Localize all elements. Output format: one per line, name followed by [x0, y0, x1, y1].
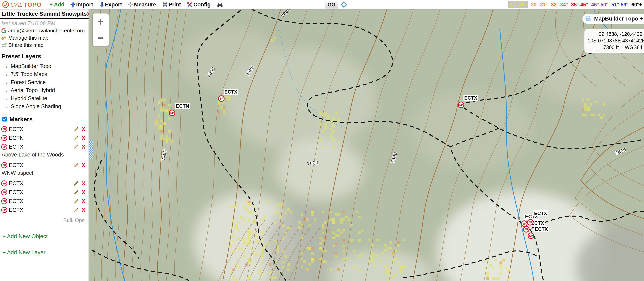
- marker-note: WNW aspect: [2, 170, 88, 176]
- marker-label[interactable]: ECTN: [9, 135, 24, 141]
- add-new-layer-link[interactable]: + Add New Layer: [2, 249, 88, 256]
- export-down-arrow-icon: [99, 2, 104, 7]
- share-map-link[interactable]: Share this map: [1, 42, 88, 48]
- preset-layer-link[interactable]: →Aerial Topo Hybrid: [3, 86, 88, 94]
- preset-layer-link[interactable]: →Hybrid Satellite: [3, 94, 88, 102]
- preset-layer-link[interactable]: →Forest Service: [3, 78, 88, 86]
- search-input[interactable]: [227, 1, 324, 8]
- print-menu-button[interactable]: Print: [162, 1, 181, 8]
- add-menu-button[interactable]: + Add: [50, 1, 64, 8]
- delete-marker-button[interactable]: X: [82, 189, 88, 196]
- edit-marker-button[interactable]: [74, 181, 79, 186]
- pencil-icon: [74, 207, 79, 213]
- pencil-icon: [74, 144, 79, 149]
- marker-row: SP ECTN X: [0, 134, 88, 142]
- marker-label[interactable]: ECTX: [9, 126, 23, 132]
- map-canvas[interactable]: 7000700072007400740076007600 ECTNSPECTXS…: [89, 9, 644, 281]
- delete-marker-button[interactable]: X: [82, 135, 88, 141]
- marker-row: SP ECTX X: [0, 142, 88, 151]
- pencil-icon: [74, 163, 79, 168]
- edit-marker-button[interactable]: [74, 199, 79, 204]
- topo-map-art: 7000700072007400740076007600: [89, 9, 644, 281]
- map-sp-marker[interactable]: SP: [218, 95, 224, 102]
- sp-badge-icon: SP: [1, 126, 7, 132]
- delete-marker-button[interactable]: X: [82, 180, 88, 187]
- edit-marker-button[interactable]: [74, 135, 79, 141]
- arrow-icon: →: [3, 86, 8, 94]
- marker-label[interactable]: ECTX: [9, 144, 23, 150]
- map-sp-marker[interactable]: SP: [528, 233, 534, 239]
- arrow-icon: →: [3, 102, 8, 110]
- marker-row: SP ECTX X: [0, 125, 88, 134]
- marker-note: Above Lake of the Woods: [2, 152, 88, 158]
- binoculars-search-button[interactable]: [217, 2, 223, 7]
- config-menu-button[interactable]: Config: [187, 1, 210, 8]
- edit-marker-button[interactable]: [74, 144, 79, 149]
- map-sp-marker[interactable]: SP: [527, 219, 534, 226]
- slope-legend-item[interactable]: 46°-50°: [591, 2, 608, 8]
- preset-layer-link[interactable]: →MapBuilder Topo: [3, 62, 88, 70]
- sp-badge-icon: SP: [1, 189, 7, 195]
- add-new-object-link[interactable]: + Add New Object: [2, 233, 88, 240]
- markers-heading: Markers: [10, 116, 32, 123]
- zoom-out-button[interactable]: −: [92, 30, 109, 46]
- marker-row: SP ECTX X: [0, 161, 88, 170]
- marker-rows: SP ECTX X SP ECTN X SP ECTX X Above Lake…: [0, 125, 88, 214]
- bulk-ops-link[interactable]: Bulk Ops: [0, 217, 84, 224]
- delete-marker-button[interactable]: X: [82, 126, 88, 132]
- map-sp-marker[interactable]: SP: [458, 102, 464, 108]
- preset-layer-link[interactable]: →7.5' Topo Maps: [3, 70, 88, 78]
- delete-marker-button[interactable]: X: [82, 198, 88, 204]
- delete-marker-button[interactable]: X: [82, 144, 88, 150]
- caltopo-logo[interactable]: CALTOPO: [2, 1, 42, 8]
- sidebar-resize-handle[interactable]: [89, 140, 93, 159]
- sp-badge-icon: SP: [1, 207, 7, 213]
- zoom-in-button[interactable]: +: [92, 13, 109, 29]
- slope-legend-item[interactable]: 30°-31°: [531, 2, 548, 8]
- marker-row: SP ECTX X: [0, 197, 88, 206]
- slope-legend-item[interactable]: 35°-45°: [571, 2, 588, 8]
- delete-marker-button[interactable]: X: [82, 207, 88, 213]
- preset-layers-list: →MapBuilder Topo→7.5' Topo Maps→Forest S…: [0, 62, 88, 111]
- slope-legend-item[interactable]: 51°-59°: [612, 2, 628, 8]
- locate-button[interactable]: [340, 1, 347, 8]
- compass-icon: [2, 1, 9, 8]
- slope-legend-item[interactable]: 60°+: [632, 2, 642, 8]
- import-menu-button[interactable]: Import: [71, 1, 93, 8]
- preset-layer-link[interactable]: →Slope Angle Shading: [3, 102, 88, 110]
- edit-marker-button[interactable]: [74, 127, 79, 132]
- measure-menu-button[interactable]: Measure: [128, 1, 156, 8]
- sp-badge-icon: SP: [1, 180, 7, 187]
- export-menu-button[interactable]: Export: [99, 1, 122, 8]
- map-sp-marker[interactable]: SP: [169, 110, 175, 116]
- marker-label[interactable]: ECTX: [9, 189, 23, 196]
- sp-badge-icon: SP: [1, 144, 7, 150]
- pencil-icon: [74, 135, 79, 141]
- map-title: Little Truckee Summit Snowpits: [2, 11, 87, 17]
- pencil-icon: [74, 127, 79, 132]
- slope-legend-item[interactable]: 27°-29°: [508, 1, 528, 8]
- edit-marker-button[interactable]: [74, 190, 79, 195]
- layer-selector-label: MapBuilder Topo +: [594, 16, 643, 22]
- last-saved-text: last saved 7:10:06 PM: [2, 20, 88, 26]
- edit-marker-button[interactable]: [74, 163, 79, 168]
- sp-badge-icon: SP: [1, 135, 7, 141]
- layer-selector[interactable]: MapBuilder Topo +: [582, 14, 644, 24]
- map-sp-marker[interactable]: SP: [523, 226, 530, 233]
- delete-marker-button[interactable]: X: [82, 162, 88, 168]
- close-map-button[interactable]: X: [87, 10, 89, 17]
- slope-angle-legend: 27°-29°30°-31°32°-34°35°-45°46°-50°51°-5…: [508, 1, 644, 8]
- slope-legend-item[interactable]: 32°-34°: [551, 2, 568, 8]
- manage-map-link[interactable]: Manage this map: [1, 35, 88, 41]
- marker-label[interactable]: ECTX: [9, 180, 23, 187]
- edit-marker-button[interactable]: [74, 207, 79, 213]
- marker-label[interactable]: ECTX: [9, 207, 23, 213]
- go-button[interactable]: GO: [325, 1, 338, 8]
- map-marker-label: ECTX: [224, 89, 238, 95]
- marker-label[interactable]: ECTX: [9, 162, 23, 168]
- utm-readout: 10S 0719878E 4374142N: [588, 37, 642, 44]
- marker-label[interactable]: ECTX: [9, 198, 23, 204]
- arrow-icon: →: [3, 62, 8, 70]
- markers-visibility-checkbox[interactable]: [2, 117, 7, 121]
- toolbar-menu: + Add Import Export Measure Print: [50, 1, 223, 8]
